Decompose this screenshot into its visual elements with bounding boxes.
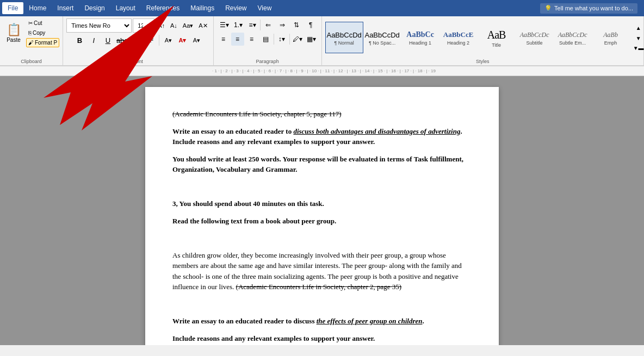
style-heading2[interactable]: AaBbCcE Heading 2 (439, 22, 478, 53)
shading-button[interactable]: 🖊▾ (291, 33, 304, 46)
superscript-button[interactable]: X² (144, 34, 157, 47)
cut-button[interactable]: ✂ Cut (26, 18, 59, 28)
ruler: · 1 · | · 2 · | · 3 · | · 4 · | · 5 · | … (0, 66, 644, 76)
styles-more[interactable]: ▼▬ (632, 43, 644, 53)
menu-view[interactable]: View (252, 2, 277, 14)
font-name-select[interactable]: Times New Ro (66, 18, 132, 33)
text-effects-button[interactable]: A▾ (190, 34, 203, 47)
copy-label: Copy (33, 30, 45, 36)
line-read-following: Read the following text from a book abou… (172, 216, 472, 227)
style-emphasis-preview: AaBb (603, 31, 618, 39)
menu-design[interactable]: Design (79, 2, 110, 14)
menu-home[interactable]: Home (23, 2, 52, 14)
style-subtitle-label: Subtitle (527, 40, 543, 46)
spacer3 (172, 299, 472, 310)
strikethrough-button[interactable]: abc (115, 34, 128, 47)
increase-indent-button[interactable]: ⇒ (276, 18, 289, 32)
style-normal-preview: AaBbCcDd (326, 31, 361, 39)
citation-text-1: (Academic Encounters Life in Society, ch… (172, 110, 342, 118)
style-heading1[interactable]: AaBbCc Heading 1 (401, 22, 439, 53)
align-right-button[interactable]: ≡ (245, 33, 258, 46)
paste-icon: 📋 (7, 23, 21, 37)
menu-file[interactable]: File (2, 2, 23, 14)
styles-scroll-up[interactable]: ▲ (632, 23, 644, 33)
style-title-label: Title (492, 42, 501, 48)
justify-button[interactable]: ▤ (259, 33, 273, 46)
style-title-preview: AaB (487, 29, 506, 41)
menu-layout[interactable]: Layout (110, 2, 141, 14)
document-area: (Academic Encounters Life in Society, ch… (0, 76, 644, 345)
menu-mailings[interactable]: Mailings (185, 2, 220, 14)
paste-button[interactable]: 📋 Paste (3, 21, 24, 45)
copy-button[interactable]: ⎘ Copy (26, 28, 59, 38)
style-subtle-em[interactable]: AaBbCcDc Subtle Em... (554, 22, 592, 53)
line-spacing-button[interactable]: ↕▾ (275, 33, 288, 46)
sort-button[interactable]: ⇅ (290, 18, 303, 32)
line-essay1-instruction: You should write at least 250 words. You… (172, 154, 472, 175)
style-heading2-label: Heading 2 (447, 40, 469, 46)
styles-gallery: AaBbCcDd ¶ Normal AaBbCcDd ¶ No Spac... … (325, 22, 630, 54)
line-peer-group: As children grow older, they become incr… (172, 250, 472, 292)
read-following-text: Read the following text from a book abou… (172, 217, 336, 225)
align-center-button[interactable]: ≡ (231, 33, 244, 46)
style-heading2-preview: AaBbCcE (443, 30, 474, 39)
search-bar[interactable]: Tell me what you want to do... (554, 5, 633, 11)
font-group: Times New Ro 12 A↑ A↓ Aa▾ A✕ B I U abc X… (63, 16, 214, 65)
format-painter-icon: 🖌 (28, 40, 34, 46)
style-subtle-em-label: Subtle Em... (559, 40, 586, 46)
style-subtitle-preview: AaBbCcDc (520, 31, 549, 39)
style-emphasis[interactable]: AaBb Emph (592, 22, 630, 53)
scissors-icon: ✂ (28, 20, 33, 26)
style-subtitle[interactable]: AaBbCcDc Subtitle (516, 22, 554, 53)
text-highlight-button[interactable]: A▾ (162, 34, 175, 47)
document-content[interactable]: (Academic Encounters Life in Society, ch… (172, 109, 472, 345)
font-grow-button[interactable]: A↑ (156, 21, 167, 30)
line-task3-heading: 3, You should spend about 40 minutes on … (172, 198, 472, 209)
document-page[interactable]: (Academic Encounters Life in Society, ch… (145, 87, 499, 345)
underline-button[interactable]: U (101, 34, 114, 47)
menu-review[interactable]: Review (220, 2, 252, 14)
style-heading1-label: Heading 1 (409, 40, 431, 46)
style-no-spacing-label: ¶ No Spac... (369, 40, 395, 46)
align-left-button[interactable]: ≡ (217, 33, 230, 46)
format-label: Format P (35, 40, 57, 46)
italic-button[interactable]: I (87, 34, 100, 47)
bullets-button[interactable]: ☰▾ (218, 18, 231, 32)
essay2-include-text: Include reasons and any relevant example… (172, 334, 375, 342)
paste-label: Paste (7, 37, 21, 43)
style-no-spacing[interactable]: AaBbCcDd ¶ No Spac... (363, 22, 401, 53)
line-essay1-prompt: Write an essay to an educated reader to … (172, 126, 472, 147)
style-normal[interactable]: AaBbCcDd ¶ Normal (325, 22, 363, 53)
ribbon: 📋 Paste ✂ Cut ⎘ Copy 🖌 Format P (0, 16, 644, 66)
clear-format-button[interactable]: A✕ (196, 21, 209, 31)
font-group-label: Font (66, 58, 210, 64)
format-painter-button[interactable]: 🖌 Format P (26, 38, 59, 47)
font-color-button[interactable]: A▾ (176, 34, 189, 47)
bold-button[interactable]: B (73, 34, 86, 47)
essay1-intro: Write an essay to an educated reader to (172, 127, 293, 135)
menu-references[interactable]: References (141, 2, 185, 14)
styles-label: Styles (325, 58, 640, 64)
font-size-select[interactable]: 12 (133, 18, 154, 33)
style-normal-label: ¶ Normal (334, 40, 354, 46)
essay2-intro: Write an essay to an educated reader to … (172, 317, 317, 325)
style-title[interactable]: AaB Title (478, 22, 516, 53)
borders-button[interactable]: ▦▾ (305, 33, 318, 46)
decrease-indent-button[interactable]: ⇐ (262, 18, 275, 32)
menu-bar: File Home Insert Design Layout Reference… (0, 0, 644, 16)
task3-text: 3, You should spend about 40 minutes on … (172, 199, 324, 208)
spacer1 (172, 182, 472, 192)
clipboard-label: Clipboard (3, 58, 59, 64)
paragraph-group: ☰▾ 1.▾ ≡▾ ⇐ ⇒ ⇅ ¶ ≡ ≡ ≡ ▤ ↕▾ 🖊▾ ▦▾ Par (214, 16, 322, 65)
paragraph-label: Paragraph (217, 58, 318, 64)
change-case-button[interactable]: Aa▾ (181, 21, 195, 31)
style-subtle-em-preview: AaBbCcDc (558, 31, 587, 39)
menu-insert[interactable]: Insert (52, 2, 79, 14)
font-shrink-button[interactable]: A↓ (168, 21, 179, 30)
numbering-button[interactable]: 1.▾ (232, 18, 245, 32)
styles-scroll-down[interactable]: ▼ (632, 33, 644, 43)
multilevel-list-button[interactable]: ≡▾ (246, 18, 259, 32)
copy-icon: ⎘ (28, 30, 32, 36)
subscript-button[interactable]: X₂ (129, 34, 143, 47)
show-marks-button[interactable]: ¶ (304, 18, 317, 32)
